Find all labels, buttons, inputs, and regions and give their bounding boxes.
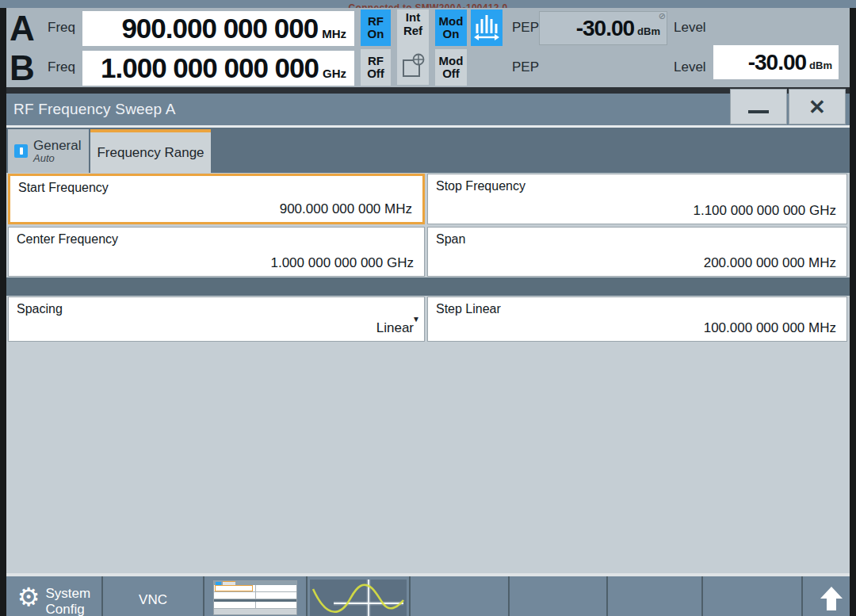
modulation-bars-icon[interactable] [471,10,503,46]
vnc-button[interactable]: VNC [103,576,204,616]
tab-frequency-range-label: Frequency Range [97,145,204,161]
step-linear-value: 100.000 000 000 MHz [704,320,836,336]
int-ref-label: Int Ref [397,11,429,37]
mod-toggle-b[interactable]: Mod Off [435,49,467,86]
frequency-value-a: 900.000 000 000 [121,13,318,44]
rf-toggle-a[interactable]: RF On [361,10,391,46]
start-frequency-value: 900.000 000 000 MHz [280,201,412,217]
gear-icon: ⚙ [17,584,40,610]
section-separator [6,277,850,296]
status-header: A Freq 900.000 000 000 MHz RF On Int Ref… [6,8,850,87]
dialog-preview-image [213,580,297,615]
start-frequency-field[interactable]: Start Frequency 900.000 000 000 MHz [8,174,425,224]
screen-left-edge [0,8,6,616]
channel-b-label: B [10,51,35,86]
home-icon [818,582,845,610]
connection-banner-text: Connected to SMW200A-100412.0 [349,2,508,8]
frequency-display-a[interactable]: 900.000 000 000 MHz [82,11,354,46]
step-linear-label: Step Linear [436,302,501,316]
span-label: Span [436,232,465,247]
dialog-title: RF Frequency Sweep A [13,101,176,118]
system-config-button[interactable]: ⚙ System Config [6,576,103,616]
freq-label-b: Freq [48,49,75,86]
tab-frequency-range[interactable]: Frequency Range [90,129,211,173]
taskbar-empty-slot-1[interactable] [411,576,510,616]
spacing-value: Linear [376,320,414,336]
minimize-button[interactable] [730,89,787,124]
pep-display-a[interactable]: ⊘ -30.00 dBm [539,11,667,45]
spacing-dropdown[interactable]: Spacing Linear ▼ [8,297,425,342]
general-state-icon [14,144,28,158]
frequency-display-b[interactable]: 1.000 000 000 000 GHz [82,51,354,86]
close-icon: ✕ [808,97,826,117]
int-ref-cell[interactable]: Int Ref [397,10,429,85]
level-label-a: Level [674,10,706,46]
mod-toggle-a[interactable]: Mod On [435,10,467,46]
taskbar-empty-slot-4[interactable] [703,576,803,616]
tab-general[interactable]: General Auto [8,129,89,173]
taskbar-graph-thumbnail[interactable] [308,576,411,616]
freq-label-a: Freq [48,10,75,46]
pep-unit-a: dBm [637,25,660,37]
stop-frequency-field[interactable]: Stop Frequency 1.100 000 000 000 GHz [427,174,847,224]
dialog-tabstrip: General Auto Frequency Range [6,128,850,173]
start-frequency-label: Start Frequency [18,181,109,195]
taskbar-empty-slot-3[interactable] [608,576,703,616]
dialog-titlebar[interactable]: RF Frequency Sweep A ✕ [6,94,850,125]
center-frequency-field[interactable]: Center Frequency 1.000 000 000 000 GHz [8,227,425,277]
frequency-unit-b: GHz [323,67,346,80]
instrument-screen: Connected to SMW200A-100412.0 A Freq 900… [0,0,856,616]
center-frequency-value: 1.000 000 000 000 GHz [270,255,414,271]
frequency-value-b: 1.000 000 000 000 [101,52,319,84]
pep-label-a: PEP [512,10,539,46]
stop-frequency-label: Stop Frequency [436,179,525,193]
minimize-icon [748,110,769,113]
screen-right-edge [850,8,856,616]
center-frequency-label: Center Frequency [17,232,118,247]
pep-value-a: -30.00 [576,16,634,41]
spacing-label: Spacing [17,302,63,316]
pep-label-b: PEP [512,49,539,86]
home-button[interactable] [803,576,850,616]
span-field[interactable]: Span 200.000 000 000 MHz [427,227,847,277]
taskbar-empty-slot-2[interactable] [510,576,608,616]
channel-a-label: A [10,11,35,46]
close-button[interactable]: ✕ [789,89,846,124]
system-config-line2: Config [46,602,91,616]
level-label-b: Level [674,49,706,86]
dialog-content: Start Frequency 900.000 000 000 MHz Stop… [6,173,850,573]
reference-oscillator-icon [401,52,425,82]
span-value: 200.000 000 000 MHz [704,255,836,271]
level-value-a: -30.00 [748,50,806,75]
rf-toggle-b[interactable]: RF Off [361,49,391,86]
pep-disabled-icon: ⊘ [659,11,666,21]
dialog-top-shadow [6,87,850,94]
tab-general-label: General [33,139,81,153]
taskbar-dialog-thumbnail[interactable] [204,576,308,616]
level-display-a[interactable]: -30.00 dBm [713,45,839,79]
taskbar: ⚙ System Config VNC [6,576,850,616]
tab-general-sublabel: Auto [33,153,81,164]
rf-frequency-sweep-dialog: RF Frequency Sweep A ✕ General Auto Freq… [6,94,850,576]
graph-preview-image [310,580,407,616]
stop-frequency-value: 1.100 000 000 000 GHz [693,203,836,219]
connection-banner: Connected to SMW200A-100412.0 [0,0,856,8]
level-unit-a: dBm [809,59,832,71]
dropdown-arrow-icon: ▼ [412,316,420,323]
vnc-label: VNC [139,592,167,608]
system-config-line1: System [46,586,91,602]
frequency-unit-a: MHz [322,27,346,40]
step-linear-field[interactable]: Step Linear 100.000 000 000 MHz [427,297,847,342]
